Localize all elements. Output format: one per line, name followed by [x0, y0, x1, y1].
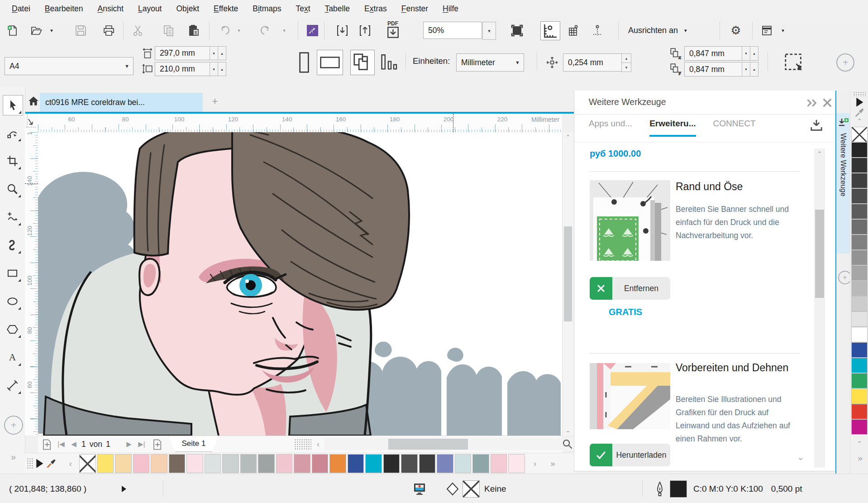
color-swatch[interactable] [851, 311, 868, 327]
ruler-origin-corner[interactable] [25, 114, 38, 133]
publish-pdf-button[interactable]: PDF [382, 22, 404, 38]
eyedropper-icon[interactable] [854, 108, 865, 118]
color-swatch[interactable] [851, 142, 868, 158]
scroll-up-arrow[interactable]: ⌃ [563, 134, 573, 140]
menu-layout[interactable]: Layout [131, 0, 169, 17]
tool-zoom[interactable] [3, 179, 22, 199]
paste-button[interactable] [186, 22, 202, 38]
add-page-after-button[interactable] [151, 439, 163, 450]
duplicate-x-spin-up[interactable]: ▴ [750, 46, 758, 61]
palette-expand-chevrons[interactable]: » [854, 454, 865, 463]
drawing-canvas[interactable] [38, 132, 562, 436]
add-page-before-button[interactable] [41, 439, 52, 450]
portrait-button[interactable] [295, 50, 313, 75]
show-guidelines-toggle[interactable] [589, 22, 606, 38]
color-swatch[interactable] [455, 454, 472, 473]
color-swatch[interactable] [491, 454, 507, 473]
show-rulers-toggle[interactable] [540, 21, 560, 40]
current-page-size-button[interactable] [377, 50, 399, 75]
color-swatch[interactable] [851, 173, 868, 188]
extension-thumbnail-rand-und-oese[interactable] [590, 180, 670, 261]
tool-rectangle[interactable] [3, 263, 22, 283]
color-swatch[interactable] [205, 454, 221, 473]
horizontal-ruler[interactable]: Millimeter 6080100120140160180200220 [38, 114, 562, 133]
palette-scroll-down[interactable]: ⌄ [854, 436, 865, 445]
color-swatch[interactable] [851, 158, 868, 173]
save-button[interactable] [72, 22, 89, 38]
color-swatch[interactable] [329, 454, 346, 473]
tool-text[interactable]: A [3, 348, 22, 367]
color-swatch[interactable] [851, 388, 868, 404]
docker-tab-connect[interactable]: CONNECT [713, 119, 756, 137]
document-color-settings-icon[interactable] [413, 474, 426, 503]
color-swatch[interactable] [169, 454, 186, 473]
color-swatch[interactable] [851, 250, 868, 265]
palette-drag-grip[interactable] [853, 91, 866, 97]
print-button[interactable] [100, 22, 117, 38]
color-swatch[interactable] [437, 454, 453, 473]
previous-page-button[interactable]: ◀ [68, 438, 80, 450]
docker-close-icon[interactable] [822, 98, 832, 108]
fill-color-icon[interactable] [446, 474, 459, 503]
redo-dropdown-arrow[interactable]: ▾ [280, 22, 289, 38]
docker-scroll-thumb[interactable] [815, 210, 824, 298]
menu-effekte[interactable]: Effekte [206, 0, 245, 17]
menu-tabelle[interactable]: Tabelle [318, 0, 357, 17]
color-swatch[interactable] [240, 454, 257, 473]
status-flyout-arrow[interactable] [121, 474, 127, 503]
import-button[interactable] [334, 22, 350, 38]
color-swatch[interactable] [851, 265, 868, 281]
home-icon[interactable] [28, 95, 39, 107]
color-swatch[interactable] [851, 419, 868, 435]
tool-freehand[interactable] [3, 207, 22, 227]
color-swatch[interactable] [401, 454, 418, 473]
tool-shape[interactable] [3, 123, 22, 143]
color-swatch[interactable] [851, 219, 868, 235]
units-combobox[interactable]: Millimeter▼ [456, 53, 524, 72]
eyedropper-icon[interactable] [46, 457, 57, 470]
scroll-down-arrow[interactable]: ⌄ [563, 427, 573, 434]
undo-dropdown-arrow[interactable]: ▾ [234, 22, 243, 38]
vertical-scroll-thumb[interactable] [564, 226, 572, 321]
docker-tab-weitere-werkzeuge[interactable]: Weitere Werkzeuge [836, 113, 851, 254]
color-swatch[interactable] [851, 296, 868, 311]
last-page-button[interactable]: ▶| [136, 438, 148, 450]
palette-flyout-arrow[interactable] [855, 98, 864, 107]
swatch-none[interactable] [851, 127, 868, 142]
add-tool-plus-button[interactable]: + [4, 416, 23, 435]
h-scroll-left-arrow[interactable]: ‹ [314, 438, 322, 450]
palette-drag-grip[interactable] [27, 458, 33, 469]
color-swatch[interactable] [851, 358, 868, 373]
docker-scrollbar[interactable]: ⌃ [814, 149, 825, 468]
snap-to-dropdown[interactable]: Ausrichten an▾ [628, 17, 687, 43]
outline-color-swatch[interactable] [670, 474, 687, 503]
zoom-to-fit-button[interactable] [562, 436, 573, 453]
menu-ansicht[interactable]: Ansicht [91, 0, 131, 17]
color-swatch[interactable] [851, 373, 868, 388]
color-swatch[interactable] [222, 454, 239, 473]
color-swatch[interactable] [851, 327, 868, 342]
color-swatch[interactable] [312, 454, 329, 473]
tool-artistic-media[interactable] [3, 235, 22, 255]
description-scroll-chevron[interactable]: ⌄ [795, 453, 806, 462]
canvas-horizontal-scrollbar[interactable] [324, 438, 596, 450]
color-swatch[interactable] [258, 454, 275, 473]
page-width-field[interactable]: 297,0 mm [155, 46, 210, 60]
options-gear-button[interactable]: ⚙ [728, 22, 744, 38]
toolbox-overflow-chevrons[interactable]: » [5, 451, 20, 463]
window-layout-button[interactable] [758, 22, 775, 38]
tab-area-resize-grip[interactable] [294, 439, 311, 450]
palette-expand-chevrons[interactable]: » [546, 457, 558, 470]
menu-hilfe[interactable]: Hilfe [435, 0, 466, 17]
fill-none-swatch[interactable] [463, 474, 480, 503]
duplicate-x-spin-down[interactable]: ▾ [742, 46, 750, 61]
menu-extras[interactable]: Extras [357, 0, 394, 17]
show-grid-toggle[interactable] [565, 22, 581, 38]
duplicate-distance-y-field[interactable]: 0,847 mm [684, 62, 742, 77]
tool-pick[interactable] [3, 95, 23, 115]
tool-dimension[interactable] [3, 376, 22, 395]
docker-scroll-up-arrow[interactable]: ⌃ [814, 149, 825, 158]
open-dropdown-arrow[interactable]: ▾ [47, 22, 56, 38]
page-tab-seite-1[interactable]: Seite 1 [168, 436, 219, 452]
color-swatch[interactable] [851, 281, 868, 296]
